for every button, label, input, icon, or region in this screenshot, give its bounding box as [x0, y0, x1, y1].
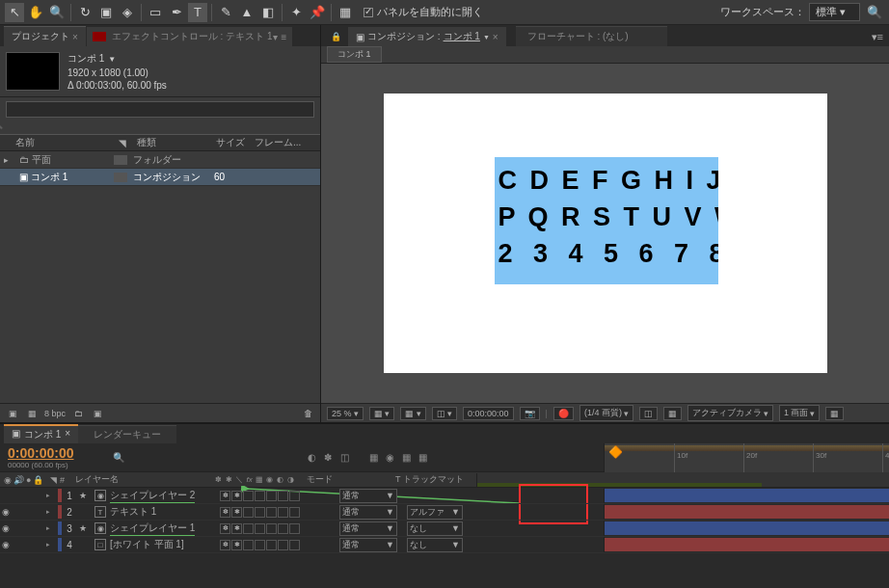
layer-duration-bar[interactable] — [605, 538, 889, 551]
blend-mode-dropdown[interactable]: 通常▼ — [339, 489, 397, 503]
region-icon[interactable]: ◫ — [639, 407, 658, 420]
switch[interactable] — [255, 507, 265, 518]
switch[interactable] — [278, 540, 288, 550]
layer-duration-bar[interactable] — [605, 489, 889, 502]
view-dropdown[interactable]: 1 画面 ▾ — [779, 405, 821, 421]
switch[interactable] — [255, 523, 265, 534]
layer-duration-bar[interactable] — [605, 521, 889, 535]
visibility-toggle[interactable]: ◉ — [0, 540, 12, 549]
switch[interactable]: ✱ — [231, 523, 242, 534]
layer-color[interactable] — [58, 521, 62, 535]
pen-tool[interactable]: ✒ — [167, 3, 186, 22]
collapse-toggle[interactable]: ✽ — [321, 451, 335, 465]
project-search[interactable] — [6, 101, 314, 118]
hand-tool[interactable]: ✋ — [26, 3, 45, 22]
switch[interactable]: ✱ — [231, 491, 242, 501]
switch[interactable] — [278, 523, 288, 534]
project-tab[interactable]: プロジェクト× — [4, 26, 86, 46]
camera-dropdown[interactable]: アクティブカメラ ▾ — [687, 405, 773, 421]
switch[interactable] — [266, 491, 277, 501]
switch[interactable] — [255, 540, 265, 550]
flowchart-tab[interactable]: フローチャート : (なし) — [516, 26, 667, 46]
auto-open-checkbox[interactable]: パネルを自動的に開く — [364, 5, 483, 19]
switch[interactable] — [255, 491, 265, 501]
selection-tool[interactable]: ↖ — [5, 3, 24, 22]
new-folder-icon[interactable]: 🗀 — [71, 407, 85, 420]
search-icon[interactable]: 🔍 — [865, 3, 884, 22]
brainstorm-icon[interactable]: ▦ — [416, 451, 429, 465]
composition-tab[interactable]: ▣ コンポジション : コンポ 1 ▼ × — [348, 27, 506, 46]
render-queue-tab[interactable]: レンダーキュー — [78, 425, 176, 443]
switch[interactable] — [266, 507, 277, 518]
trackmatte-dropdown[interactable]: なし▼ — [407, 538, 463, 552]
timeline-layer-row[interactable]: ◉ ▸ 3 ★ ◉ シェイプレイヤー 1 ✽ ✱ 通常▼ なし▼ — [0, 521, 889, 537]
visibility-toggle[interactable]: ◉ — [0, 523, 12, 533]
blur-toggle[interactable]: ◫ — [337, 451, 351, 465]
channel-icon[interactable]: 🔴 — [553, 407, 574, 420]
grid-icon[interactable]: ▦ ▾ — [400, 407, 426, 420]
visibility-toggle[interactable]: ◉ — [0, 507, 12, 517]
quality-dropdown[interactable]: (1/4 画質) ▾ — [579, 405, 633, 421]
switch[interactable]: ✽ — [220, 540, 230, 550]
composition-viewer[interactable]: C D E F G H I J K P Q R S T U V W 2 3 4 … — [321, 64, 889, 403]
interpret-icon[interactable]: ▣ — [6, 407, 19, 420]
switch[interactable] — [289, 540, 300, 550]
current-time[interactable]: 0:00:00:00 — [8, 445, 96, 461]
comp-thumbnail[interactable] — [6, 52, 60, 91]
motion-blur-toggle[interactable]: ◉ — [383, 451, 396, 465]
workspace-dropdown[interactable]: 標準 ▾ — [809, 3, 860, 21]
layer-color[interactable] — [58, 538, 62, 551]
shy-toggle[interactable]: ◐ — [305, 451, 318, 465]
switch[interactable]: ✽ — [220, 491, 230, 501]
transparency-icon[interactable]: ▦ — [663, 407, 682, 420]
switch[interactable] — [243, 523, 254, 534]
shape-tool[interactable]: ▭ — [146, 3, 165, 22]
switch[interactable] — [243, 507, 254, 518]
search-icon[interactable]: 🔍 — [112, 451, 125, 465]
switch[interactable] — [278, 491, 288, 501]
toggle-icon[interactable]: ▦ — [825, 407, 844, 420]
switch[interactable]: ✱ — [231, 540, 242, 550]
zoom-dropdown[interactable]: 25 % ▾ — [327, 407, 364, 420]
switch[interactable] — [243, 540, 254, 550]
switch[interactable]: ✽ — [220, 507, 230, 518]
effect-controls-tab[interactable]: エフェクトコントロール : テキスト 1 ▾ ≡ — [87, 27, 293, 46]
switch[interactable] — [278, 507, 288, 518]
depth-icon[interactable]: ▦ — [25, 407, 39, 420]
brush-tool[interactable]: ✎ — [216, 3, 235, 22]
switch[interactable]: ✱ — [231, 507, 242, 518]
switch[interactable]: ✽ — [220, 523, 230, 534]
trackmatte-dropdown[interactable]: なし▼ — [407, 521, 463, 536]
camera-tool[interactable]: ▣ — [96, 3, 116, 22]
playhead-icon[interactable]: 🔶 — [608, 445, 623, 459]
roto-tool[interactable]: ✦ — [286, 3, 306, 22]
project-row[interactable]: ▸ 🗀 平面 フォルダー — [0, 151, 320, 169]
panel-menu-icon[interactable]: ▾≡ — [866, 28, 889, 46]
text-tool[interactable]: T — [188, 3, 207, 22]
time-ruler[interactable]: 🔶 10f 20f 30f 40 — [605, 443, 889, 472]
trackmatte-dropdown[interactable]: アルファ▼ — [407, 505, 463, 520]
blend-mode-dropdown[interactable]: 通常▼ — [339, 505, 397, 520]
layer-color[interactable] — [58, 489, 62, 502]
lock-icon[interactable]: 🔒 — [326, 27, 345, 46]
layer-color[interactable] — [58, 505, 62, 519]
switch[interactable] — [289, 507, 300, 518]
resolution-icon[interactable]: ▦ ▾ — [369, 407, 395, 420]
layer-duration-bar[interactable] — [605, 505, 889, 519]
switch[interactable] — [243, 491, 254, 501]
snapshot-icon[interactable]: 📷 — [520, 407, 540, 420]
new-comp-icon[interactable]: ▣ — [91, 407, 104, 420]
pin-tool[interactable]: 📌 — [308, 3, 327, 22]
delete-icon[interactable]: 🗑 — [301, 407, 314, 420]
timeline-tab[interactable]: ▣ コンポ 1 × — [4, 424, 78, 443]
timeline-layer-row[interactable]: ◉ ▸ 2 T テキスト 1 ✽ ✱ 通常▼ アルファ▼ — [0, 504, 889, 521]
timeline-layer-row[interactable]: ▸ 1 ★ ◉ シェイプレイヤー 2 ✽ ✱ 通常▼ — [0, 488, 889, 504]
switch[interactable] — [266, 540, 277, 550]
eraser-tool[interactable]: ◧ — [258, 3, 278, 22]
mask-icon[interactable]: ◫ ▾ — [432, 407, 458, 420]
timecode-display[interactable]: 0:00:00:00 — [463, 407, 514, 420]
frame-blend-toggle[interactable]: ▦ — [366, 451, 380, 465]
switch[interactable] — [266, 523, 277, 534]
comp-sub-tab[interactable]: コンポ 1 — [327, 46, 382, 63]
blend-mode-dropdown[interactable]: 通常▼ — [339, 521, 397, 536]
